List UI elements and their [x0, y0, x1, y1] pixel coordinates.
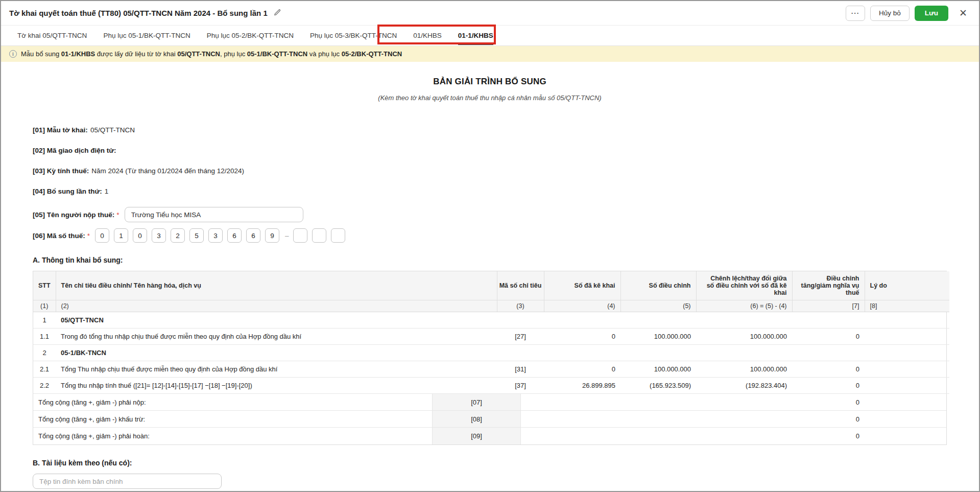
page-title: Tờ khai quyết toán thuế (TT80) 05/QTT-TN…: [9, 9, 268, 17]
attachment-file-input[interactable]: [33, 474, 222, 489]
top-bar: Tờ khai quyết toán thuế (TT80) 05/QTT-TN…: [1, 1, 979, 26]
tax-code-digit[interactable]: [208, 228, 223, 243]
tax-code-branch-digit[interactable]: [312, 228, 326, 243]
tax-code-digit[interactable]: [95, 228, 109, 243]
form-body: BẢN GIẢI TRÌNH BỔ SUNG (Kèm theo tờ khai…: [1, 77, 979, 489]
more-actions-button[interactable]: ···: [846, 6, 865, 21]
document-title: BẢN GIẢI TRÌNH BỔ SUNG: [33, 77, 947, 87]
tax-code-digit[interactable]: [152, 228, 166, 243]
declaration-window: Tờ khai quyết toán thuế (TT80) 05/QTT-TN…: [0, 0, 980, 492]
tab-01-1-khbs[interactable]: 01-1/KHBS: [450, 26, 501, 45]
total-row-phai-hoan: Tổng cộng (tăng +, giảm -) phải hoàn: [0…: [33, 428, 946, 444]
banner-text: Mẫu bổ sung 01-1/KHBS được lấy dữ liệu t…: [21, 50, 402, 58]
pencil-icon: [274, 9, 281, 18]
tab-bar: Tờ khai 05/QTT-TNCN Phụ lục 05-1/BK-QTT-…: [1, 26, 979, 46]
total-row-khau-tru: Tổng cộng (tăng +, giảm -) khấu trừ: [08…: [33, 411, 946, 428]
tax-code-digit[interactable]: [265, 228, 279, 243]
close-icon[interactable]: ✕: [955, 6, 971, 21]
tab-phu-luc-05-2[interactable]: Phụ lục 05-2/BK-QTT-TNCN: [199, 26, 302, 45]
tab-01-khbs[interactable]: 01/KHBS: [405, 26, 450, 45]
tax-code-digit[interactable]: [227, 228, 242, 243]
table-row: 2.2 Tổng thu nhập tính thuế ([21]= [12]-…: [33, 378, 949, 394]
col-ly-do: Lý do: [865, 271, 949, 300]
col-so-da-ke-khai: Số đã kê khai: [544, 271, 620, 300]
tax-code-digit[interactable]: [133, 228, 147, 243]
info-banner: i Mẫu bổ sung 01-1/KHBS được lấy dữ liệu…: [1, 46, 979, 62]
section-b: B. Tài liệu kèm theo (nếu có):: [33, 459, 947, 489]
info-icon: i: [9, 50, 17, 58]
edit-title-button[interactable]: [273, 8, 283, 18]
table-row: 1 05/QTT-TNCN: [33, 312, 949, 329]
total-code-cell: [09]: [432, 428, 521, 444]
save-button[interactable]: Lưu: [915, 6, 948, 21]
adjustment-table: STT Tên chỉ tiêu điều chỉnh/ Tên hàng hó…: [33, 271, 947, 445]
table-row: 2.1 Tổng Thu nhập chịu thuế được miễn th…: [33, 361, 949, 378]
col-so-dieu-chinh: Số điều chỉnh: [620, 271, 696, 300]
total-code-cell: [08]: [432, 411, 521, 427]
section-b-heading: B. Tài liệu kèm theo (nếu có):: [33, 459, 947, 467]
col-stt: STT: [33, 271, 56, 300]
field-03-ky-tinh-thue: [03] Kỳ tính thuế: Năm 2024 (Từ tháng 01…: [33, 166, 947, 176]
table-header-row: STT Tên chỉ tiêu điều chỉnh/ Tên hàng hó…: [33, 271, 949, 300]
required-asterisk: *: [116, 211, 119, 219]
table-row: 1.1 Trong đó tổng thu nhập chịu thuế đượ…: [33, 329, 949, 345]
col-ma-so: Mã số chỉ tiêu: [497, 271, 544, 300]
col-dieu-chinh-tang-giam: Điều chỉnh tăng/giảm nghĩa vụ thuế: [792, 271, 865, 300]
tax-code-digit[interactable]: [171, 228, 185, 243]
tax-code-digit[interactable]: [114, 228, 128, 243]
tab-phu-luc-05-1[interactable]: Phụ lục 05-1/BK-QTT-TNCN: [95, 26, 198, 45]
field-05-ten-nguoi-nop-thue: [05] Tên người nộp thuế: *: [33, 207, 947, 222]
taxpayer-name-input[interactable]: [125, 207, 303, 222]
tax-code-branch-digit[interactable]: [331, 228, 345, 243]
table-subheader-row: (1) (2) (3) (4) (5) (6) = (5) - (4) [7] …: [33, 300, 949, 312]
document-subtitle: (Kèm theo tờ khai quyết toán thuế thu nh…: [33, 94, 947, 102]
tax-code-branch-digit[interactable]: [293, 228, 307, 243]
field-06-ma-so-thue: [06] Mã số thuế: * –: [33, 228, 947, 243]
col-ten-chi-tieu: Tên chỉ tiêu điều chỉnh/ Tên hàng hóa, d…: [56, 271, 497, 300]
header-fields: [01] Mẫu tờ khai: 05/QTT-TNCN [02] Mã gi…: [33, 125, 947, 243]
required-asterisk: *: [87, 232, 90, 240]
cancel-button[interactable]: Hủy bỏ: [870, 6, 910, 21]
field-02-ma-giao-dich: [02] Mã giao dịch điện tử:: [33, 146, 947, 155]
tab-phu-luc-05-3[interactable]: Phụ lục 05-3/BK-QTT-TNCN: [302, 26, 405, 45]
table-row: 2 05-1/BK-TNCN: [33, 345, 949, 361]
tab-to-khai-05qtt-tncn[interactable]: Tờ khai 05/QTT-TNCN: [9, 26, 95, 45]
total-row-phai-nop: Tổng cộng (tăng +, giảm -) phải nộp: [07…: [33, 394, 946, 411]
total-code-cell: [07]: [432, 394, 521, 410]
field-04-bo-sung-lan-thu: [04] Bổ sung lần thứ: 1: [33, 186, 947, 196]
col-chenh-lech: Chênh lệch/thay đổi giữa số điều chỉnh v…: [696, 271, 792, 300]
tax-code-digit[interactable]: [246, 228, 260, 243]
section-a-heading: A. Thông tin khai bổ sung:: [33, 256, 947, 264]
tax-code-separator: –: [285, 232, 289, 240]
field-01-mau-to-khai: [01] Mẫu tờ khai: 05/QTT-TNCN: [33, 125, 947, 135]
tax-code-digit[interactable]: [189, 228, 204, 243]
